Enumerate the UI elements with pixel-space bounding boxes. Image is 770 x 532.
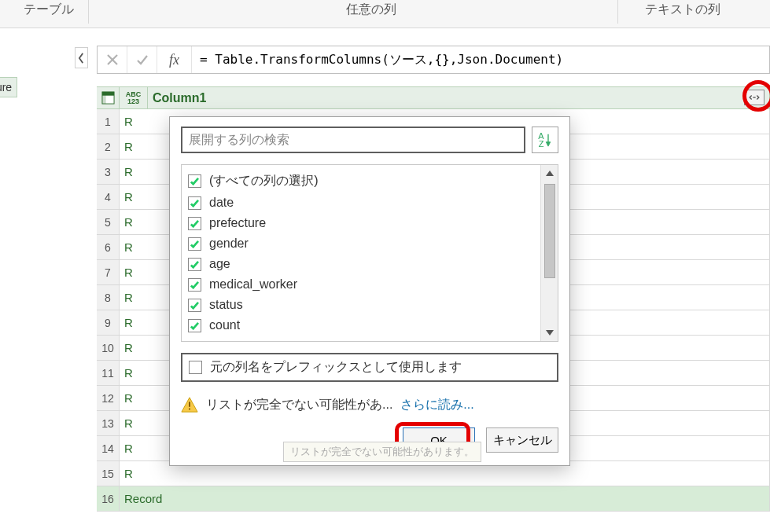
column-option[interactable]: age — [185, 254, 554, 274]
svg-rect-11 — [189, 402, 190, 406]
column-option[interactable]: date — [185, 193, 554, 213]
ribbon-group-table: テーブル — [24, 2, 74, 18]
warning-icon — [181, 396, 198, 413]
cancel-button[interactable]: キャンセル — [486, 427, 558, 453]
column-option-label: age — [209, 257, 230, 271]
row-number: 13 — [97, 411, 120, 435]
column-option[interactable]: status — [185, 295, 554, 315]
expand-search-input[interactable] — [181, 127, 525, 153]
collapse-sidebar-button[interactable] — [75, 47, 88, 68]
formula-input[interactable] — [192, 46, 769, 73]
cell-record[interactable]: Record — [120, 486, 770, 511]
ribbon-group-any-column: 任意の列 — [346, 2, 396, 18]
checkbox-icon[interactable] — [188, 299, 201, 312]
column-option[interactable]: gender — [185, 233, 554, 254]
column-option-label: status — [209, 298, 243, 312]
checkbox-icon[interactable] — [188, 237, 201, 251]
expand-column-button[interactable] — [744, 90, 764, 105]
column-option-label: date — [209, 196, 234, 210]
column-option-label: prefecture — [209, 216, 266, 230]
ribbon-group-text-column: テキストの列 — [645, 2, 720, 18]
svg-rect-4 — [101, 92, 105, 104]
sidebar-fragment: ture — [0, 77, 17, 97]
checkbox-icon[interactable] — [188, 319, 201, 332]
column-option[interactable]: count — [185, 315, 554, 336]
column-option[interactable]: medical_worker — [185, 274, 554, 295]
prefix-label: 元の列名をプレフィックスとして使用します — [210, 359, 462, 376]
row-number: 16 — [97, 486, 120, 511]
tooltip-ghost: リストが完全でない可能性があります。 — [283, 442, 481, 462]
checkbox-icon[interactable] — [188, 278, 201, 292]
select-all-label: (すべての列の選択) — [209, 173, 319, 189]
column-option-label: gender — [209, 237, 249, 251]
checkbox-icon[interactable] — [188, 174, 201, 188]
column-header-label: Column1 — [153, 91, 206, 105]
fx-icon: fx — [157, 46, 192, 73]
svg-marker-9 — [546, 330, 554, 336]
column-option-label: count — [209, 318, 240, 332]
formula-commit-button[interactable] — [127, 46, 157, 73]
scroll-down-button[interactable] — [541, 324, 558, 341]
column-type-icon[interactable]: ABC 123 — [120, 87, 148, 108]
column-option[interactable]: prefecture — [185, 213, 554, 233]
checkbox-icon[interactable] — [188, 217, 201, 230]
warning-text: リストが完全でない可能性があ... — [206, 397, 392, 413]
select-all-corner[interactable] — [97, 87, 120, 108]
row-number: 2 — [97, 134, 120, 159]
row-number: 6 — [97, 235, 120, 259]
row-number: 1 — [97, 109, 120, 134]
checkbox-icon[interactable] — [188, 258, 201, 271]
column-option-label: medical_worker — [209, 277, 297, 292]
row-number: 9 — [97, 310, 120, 335]
row-number: 14 — [97, 436, 120, 460]
sort-az-button[interactable]: AZ — [532, 127, 558, 153]
row-number: 10 — [97, 336, 120, 360]
svg-marker-7 — [546, 142, 550, 146]
row-number: 7 — [97, 260, 120, 284]
row-number: 3 — [97, 160, 120, 184]
load-more-link[interactable]: さらに読み... — [400, 397, 473, 413]
svg-marker-8 — [546, 171, 554, 176]
checkbox-icon[interactable] — [189, 361, 202, 374]
row-number: 8 — [97, 285, 120, 310]
scroll-thumb[interactable] — [544, 184, 555, 278]
ribbon-group-row: テーブル 任意の列 テキストの列 — [0, 0, 770, 28]
formula-cancel-button[interactable] — [98, 46, 127, 73]
row-number: 15 — [97, 461, 120, 486]
row-number: 12 — [97, 386, 120, 410]
formula-bar: fx — [97, 46, 770, 74]
scroll-up-button[interactable] — [541, 165, 558, 182]
popup-scrollbar[interactable] — [540, 165, 558, 341]
expand-columns-popup: AZ (すべての列の選択) dateprefecturegenderagemed… — [169, 116, 570, 466]
row-number: 5 — [97, 210, 120, 234]
row-number: 4 — [97, 185, 120, 209]
svg-rect-12 — [189, 409, 190, 410]
table-row[interactable]: 16Record — [97, 486, 770, 512]
use-original-name-prefix[interactable]: 元の列名をプレフィックスとして使用します — [181, 353, 558, 382]
column-header-column1[interactable]: Column1 — [148, 87, 770, 108]
checkbox-icon[interactable] — [188, 196, 201, 210]
select-all-columns[interactable]: (すべての列の選択) — [185, 170, 554, 193]
row-number: 11 — [97, 361, 120, 385]
